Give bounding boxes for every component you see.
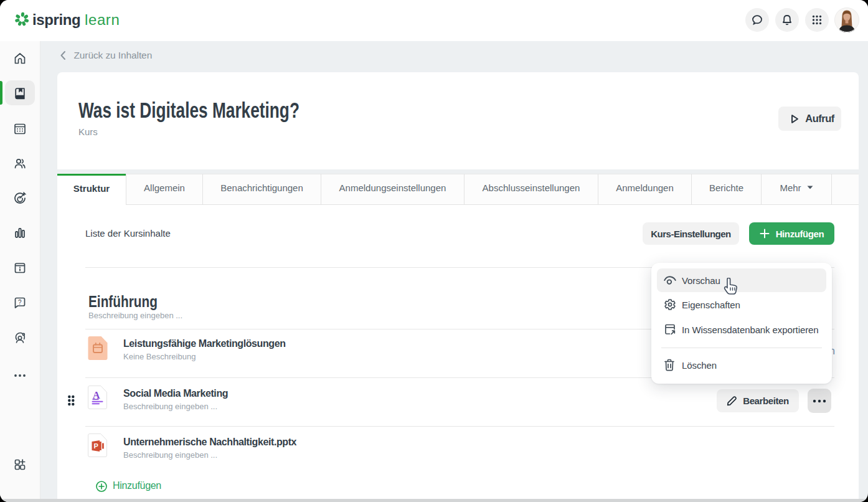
svg-text:learn: learn: [85, 11, 120, 28]
svg-text:P: P: [94, 442, 98, 450]
svg-text:?: ?: [18, 299, 22, 306]
svg-text:ispring: ispring: [32, 11, 80, 28]
